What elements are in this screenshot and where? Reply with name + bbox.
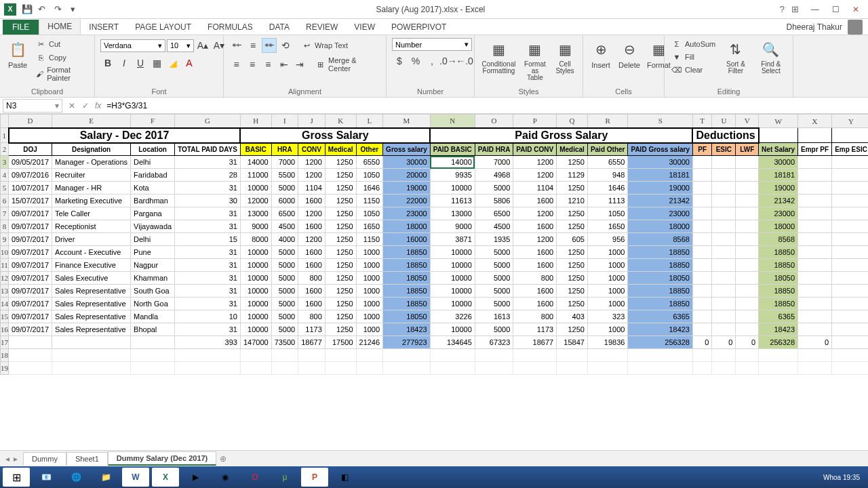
cell-9-M[interactable]: 16000 xyxy=(383,233,431,246)
help-icon[interactable]: ? xyxy=(780,4,785,14)
cell-13-L[interactable]: 1000 xyxy=(356,285,383,298)
align-top-icon[interactable]: ⬴ xyxy=(229,38,244,53)
cell-15-P[interactable]: 800 xyxy=(513,310,557,323)
cell-19-P[interactable] xyxy=(513,362,557,375)
col-head-D[interactable]: D xyxy=(9,115,52,128)
cell-5-S[interactable]: 19000 xyxy=(628,182,693,195)
cell-8-X[interactable] xyxy=(798,220,832,233)
cell-4-N[interactable]: 9935 xyxy=(430,169,475,182)
col-head-L[interactable]: L xyxy=(356,115,383,128)
cell-13-J[interactable]: 1600 xyxy=(298,285,326,298)
cell-13-D[interactable]: 09/07/2017 xyxy=(9,285,52,298)
cell-6-X[interactable] xyxy=(798,195,832,207)
cell-13-N[interactable]: 10000 xyxy=(430,285,475,298)
cell-6-L[interactable]: 1150 xyxy=(356,195,383,207)
col-head-N[interactable]: N xyxy=(430,115,475,128)
cell-16-E[interactable]: Sales Representative xyxy=(52,323,131,336)
cell-12-O[interactable]: 5000 xyxy=(475,272,513,285)
row-head-11[interactable]: 11 xyxy=(1,259,9,272)
autosum-button[interactable]: ΣAutoSum xyxy=(670,38,717,50)
cell-4-W[interactable]: 18181 xyxy=(759,169,798,182)
cell-13-K[interactable]: 1250 xyxy=(325,285,356,298)
cell-10-Q[interactable]: 1250 xyxy=(557,246,588,259)
cell-5-D[interactable]: 10/07/2017 xyxy=(9,182,52,195)
cell-3-W[interactable]: 30000 xyxy=(759,156,798,169)
cell-15-W[interactable]: 6365 xyxy=(759,310,798,323)
cell-8-E[interactable]: Receptionist xyxy=(52,220,131,233)
cell-8-N[interactable]: 9000 xyxy=(430,220,475,233)
cell-7-U[interactable] xyxy=(712,207,736,220)
col-head-E[interactable]: E xyxy=(52,115,131,128)
cell-5-M[interactable]: 19000 xyxy=(383,182,431,195)
cell-12-K[interactable]: 1250 xyxy=(325,272,356,285)
cell-7-R[interactable]: 1050 xyxy=(587,207,628,220)
cell-14-P[interactable]: 1600 xyxy=(513,298,557,310)
cell-6-I[interactable]: 6000 xyxy=(271,195,298,207)
col-head-W[interactable]: W xyxy=(759,115,798,128)
cell-8-F[interactable]: Vijayawada xyxy=(131,220,175,233)
cell-19-G[interactable] xyxy=(175,362,241,375)
cell-6-G[interactable]: 30 xyxy=(175,195,241,207)
cell-12-Y[interactable] xyxy=(832,272,868,285)
cell-15-M[interactable]: 18050 xyxy=(383,310,431,323)
cell-14-E[interactable]: Sales Representative xyxy=(52,298,131,310)
taskbar-ie-icon[interactable]: 🌐 xyxy=(62,468,90,487)
cell-18-M[interactable] xyxy=(383,349,431,362)
cell-6-F[interactable]: Bardhman xyxy=(131,195,175,207)
cell-11-U[interactable] xyxy=(712,259,736,272)
cell-16-F[interactable]: Bhopal xyxy=(131,323,175,336)
cell-16-X[interactable] xyxy=(798,323,832,336)
cell-4-Q[interactable]: 1129 xyxy=(557,169,588,182)
align-middle-icon[interactable]: ≡ xyxy=(245,38,260,53)
paste-button[interactable]: 📋Paste xyxy=(5,38,30,70)
cell-12-F[interactable]: Khamman xyxy=(131,272,175,285)
clear-button[interactable]: ⌫Clear xyxy=(670,64,717,76)
cell-13-P[interactable]: 1600 xyxy=(513,285,557,298)
cell-5-O[interactable]: 5000 xyxy=(475,182,513,195)
header-4[interactable]: BASIC xyxy=(240,143,271,156)
cell-10-O[interactable]: 5000 xyxy=(475,246,513,259)
outdent-icon[interactable]: ⇤ xyxy=(277,57,291,72)
cell-13-G[interactable]: 31 xyxy=(175,285,241,298)
percent-icon[interactable]: % xyxy=(408,54,423,68)
header-20[interactable]: Empr PF xyxy=(798,143,832,156)
cell-3-G[interactable]: 31 xyxy=(175,156,241,169)
cell-5-N[interactable]: 10000 xyxy=(430,182,475,195)
cell-8-T[interactable] xyxy=(692,220,711,233)
font-size-combo[interactable]: 10▾ xyxy=(167,39,194,52)
cell-12-N[interactable]: 10000 xyxy=(430,272,475,285)
row-head-17[interactable]: 17 xyxy=(1,336,9,349)
cell-8-L[interactable]: 1650 xyxy=(356,220,383,233)
cell-12-V[interactable] xyxy=(736,272,759,285)
cell-12-Q[interactable]: 1250 xyxy=(557,272,588,285)
cell-8-W[interactable]: 18000 xyxy=(759,220,798,233)
cell-3-X[interactable] xyxy=(798,156,832,169)
cell-16-H[interactable]: 10000 xyxy=(240,323,271,336)
col-head-Q[interactable]: Q xyxy=(557,115,588,128)
cell-11-G[interactable]: 31 xyxy=(175,259,241,272)
cell-3-F[interactable]: Delhi xyxy=(131,156,175,169)
cell-3-K[interactable]: 1250 xyxy=(325,156,356,169)
row-head-15[interactable]: 15 xyxy=(1,310,9,323)
cell-7-L[interactable]: 1050 xyxy=(356,207,383,220)
cell-14-D[interactable]: 09/07/2017 xyxy=(9,298,52,310)
col-head-I[interactable]: I xyxy=(271,115,298,128)
cell-5-Q[interactable]: 1250 xyxy=(557,182,588,195)
cell-7-X[interactable] xyxy=(798,207,832,220)
cell-17-T[interactable]: 0 xyxy=(692,336,711,349)
header-17[interactable]: ESIC xyxy=(712,143,736,156)
cell-5-T[interactable] xyxy=(692,182,711,195)
cell-12-R[interactable]: 1000 xyxy=(587,272,628,285)
cell-4-G[interactable]: 28 xyxy=(175,169,241,182)
cell-4-K[interactable]: 1250 xyxy=(325,169,356,182)
ribbon-options-icon[interactable]: ⊞ xyxy=(791,4,799,14)
cell-9-D[interactable]: 09/07/2017 xyxy=(9,233,52,246)
cell-12-H[interactable]: 10000 xyxy=(240,272,271,285)
cell-10-J[interactable]: 1600 xyxy=(298,246,326,259)
cell-14-L[interactable]: 1000 xyxy=(356,298,383,310)
tab-home[interactable]: HOME xyxy=(39,18,81,35)
cell-14-V[interactable] xyxy=(736,298,759,310)
cell-6-N[interactable]: 11613 xyxy=(430,195,475,207)
cell-18-D[interactable] xyxy=(9,349,52,362)
cell-17-S[interactable]: 256328 xyxy=(628,336,693,349)
